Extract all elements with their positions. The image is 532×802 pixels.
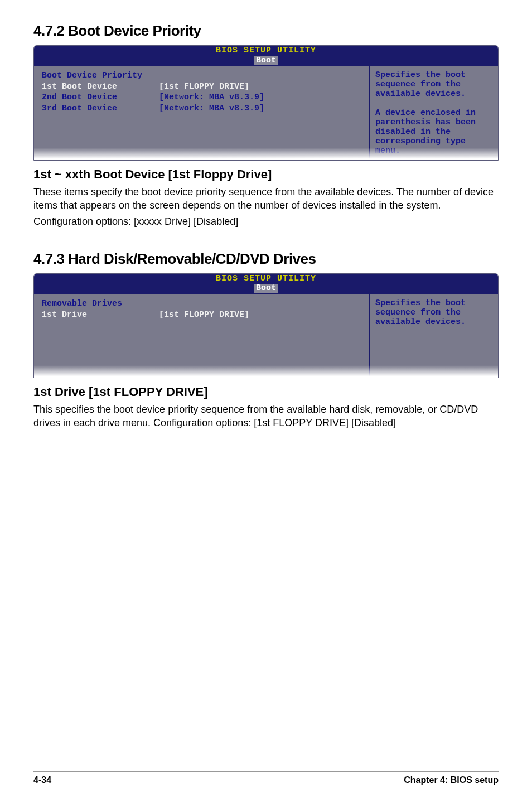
body-text: These items specify the boot device prio… xyxy=(33,185,499,212)
bios-left-pane: Boot Device Priority 1st Boot Device [1s… xyxy=(34,66,370,160)
chapter-label: Chapter 4: BIOS setup xyxy=(404,775,499,785)
bios-help-pane: Specifies the boot sequence from the ava… xyxy=(370,294,498,378)
bios-header-tab: Boot xyxy=(254,284,278,293)
bios-left-pane: Removable Drives 1st Drive [1st FLOPPY D… xyxy=(34,294,370,378)
body-text: This specifies the boot device priority … xyxy=(33,403,499,430)
bios-section-title: Removable Drives xyxy=(42,298,361,310)
page-number: 4-34 xyxy=(33,775,51,785)
bios-header-title: BIOS SETUP UTILITY xyxy=(34,274,498,284)
bios-option-value: [1st FLOPPY DRIVE] xyxy=(159,81,361,93)
bios-option-value: [Network: MBA v8.3.9] xyxy=(159,92,361,103)
bios-header: BIOS SETUP UTILITY Boot xyxy=(34,46,498,66)
bios-option-row[interactable]: 1st Boot Device [1st FLOPPY DRIVE] xyxy=(42,81,361,93)
heading-472: 4.7.2 Boot Device Priority xyxy=(33,22,499,40)
bios-option-label: 1st Boot Device xyxy=(42,81,159,93)
config-options: Configuration options: [xxxxx Drive] [Di… xyxy=(33,215,499,228)
bios-option-label: 2nd Boot Device xyxy=(42,92,159,103)
bios-option-value: [Network: MBA v8.3.9] xyxy=(159,103,361,114)
bios-header-title: BIOS SETUP UTILITY xyxy=(34,46,498,56)
bios-body: Removable Drives 1st Drive [1st FLOPPY D… xyxy=(34,294,498,378)
subheading-1st-xxth: 1st ~ xxth Boot Device [1st Floppy Drive… xyxy=(33,167,499,182)
bios-panel-boot-priority: BIOS SETUP UTILITY Boot Boot Device Prio… xyxy=(33,45,499,161)
bios-help-pane: Specifies the boot sequence from the ava… xyxy=(370,66,498,160)
heading-473: 4.7.3 Hard Disk/Removable/CD/DVD Drives xyxy=(33,250,499,268)
bios-body: Boot Device Priority 1st Boot Device [1s… xyxy=(34,66,498,160)
subheading-1st-drive: 1st Drive [1st FLOPPY DRIVE] xyxy=(33,385,499,399)
bios-option-row[interactable]: 1st Drive [1st FLOPPY DRIVE] xyxy=(42,310,361,321)
bios-section-title: Boot Device Priority xyxy=(42,70,361,81)
bios-header: BIOS SETUP UTILITY Boot xyxy=(34,274,498,294)
page-footer: 4-34 Chapter 4: BIOS setup xyxy=(33,771,499,785)
bios-option-label: 1st Drive xyxy=(42,310,159,321)
bios-option-label: 3rd Boot Device xyxy=(42,103,159,114)
bios-option-value: [1st FLOPPY DRIVE] xyxy=(159,310,361,321)
bios-panel-drives: BIOS SETUP UTILITY Boot Removable Drives… xyxy=(33,273,499,378)
bios-option-row[interactable]: 3rd Boot Device [Network: MBA v8.3.9] xyxy=(42,103,361,114)
bios-header-tab: Boot xyxy=(254,56,278,66)
bios-option-row[interactable]: 2nd Boot Device [Network: MBA v8.3.9] xyxy=(42,92,361,103)
